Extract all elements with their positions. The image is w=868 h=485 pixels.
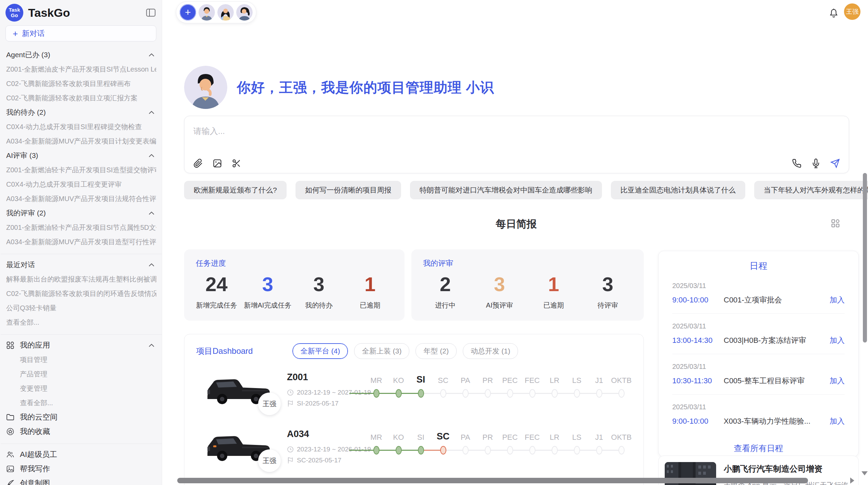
agent-avatar[interactable] xyxy=(198,4,215,21)
paperclip-icon[interactable] xyxy=(193,159,203,168)
list-item[interactable]: C02-飞腾新能源轻客改款项目里程碑画布 xyxy=(6,76,156,91)
assistant-avatar xyxy=(184,66,227,109)
view-all-chats[interactable]: 查看全部... xyxy=(6,315,156,329)
milestone-label: PR xyxy=(477,376,499,385)
news-title: 小鹏飞行汽车制造公司增资 xyxy=(724,463,852,474)
list-item[interactable]: C02-飞腾新能源轻客改款项目立项汇报方案 xyxy=(6,91,156,105)
milestone-label: MR xyxy=(365,433,387,442)
view-all-apps[interactable]: 查看全部... xyxy=(6,396,156,410)
scissors-icon[interactable] xyxy=(232,159,241,168)
notification-bell-icon[interactable] xyxy=(829,8,839,18)
filter-pill[interactable]: 动总开发 (1) xyxy=(463,343,518,359)
project-owner-badge: 王强 xyxy=(258,393,281,415)
join-link[interactable]: 加入 xyxy=(830,376,845,386)
list-item[interactable]: A034-全新新能源MUV产品开发项目计划变更表编写 xyxy=(6,134,156,148)
send-icon[interactable] xyxy=(830,159,840,168)
suggestion-chip[interactable]: 如何写一份清晰的项目周报 xyxy=(296,181,401,199)
image-icon[interactable] xyxy=(213,159,222,168)
join-link[interactable]: 加入 xyxy=(830,335,845,346)
milestone-label: J1 xyxy=(588,376,610,385)
scroll-right-arrow[interactable] xyxy=(850,477,854,484)
section-recent-chats[interactable]: 最近对话 xyxy=(6,258,156,272)
scroll-down-arrow[interactable] xyxy=(861,471,868,475)
add-agent-button[interactable]: + xyxy=(180,4,196,21)
sidebar-collapse-icon[interactable] xyxy=(146,9,156,17)
stat-ai-prereview: 3 AI预评审 xyxy=(472,273,527,310)
microphone-icon[interactable] xyxy=(811,159,821,168)
schedule-name: C001-立项审批会 xyxy=(724,295,830,305)
horizontal-scrollbar[interactable] xyxy=(177,478,808,483)
milestone-label: FEC xyxy=(521,376,543,385)
sidebar-item-project-mgmt[interactable]: 项目管理 xyxy=(6,352,156,367)
suggestion-chips: 欧洲新规最近颁布了什么? 如何写一份清晰的项目周报 特朗普可能对进口汽车增税会对… xyxy=(184,181,868,199)
list-item[interactable]: Z001-全新燃油轻卡产品开发项目SI节点属性5D文件评审 xyxy=(6,220,156,235)
list-item[interactable]: C0X4-动力总成开发项目工程变更评审 xyxy=(6,177,156,191)
schedule-date: 2025/03/11 xyxy=(672,282,845,290)
chat-input[interactable] xyxy=(193,126,840,150)
suggestion-chip[interactable]: 特朗普可能对进口汽车增税会对中国车企造成哪些影响 xyxy=(410,181,602,199)
sidebar-item-product-mgmt[interactable]: 产品管理 xyxy=(6,367,156,381)
project-code: A034 xyxy=(287,429,365,439)
sidebar-item-my-apps[interactable]: 我的应用 xyxy=(6,338,156,352)
project-owner-badge: 王强 xyxy=(258,449,281,472)
suggestion-chip[interactable]: 比亚迪全固态电池计划具体说了什么 xyxy=(611,181,745,199)
section-my-review[interactable]: 我的评审 (2) xyxy=(6,206,156,220)
list-item[interactable]: A034-全新新能源MUV产品开发项目法规符合性评审 xyxy=(6,191,156,206)
project-row[interactable]: 王强 Z001 2023-12-19 ~ 2027-01-19 SI-2025-… xyxy=(184,371,643,416)
list-item[interactable]: 公司Q3轻卡销量 xyxy=(6,301,156,315)
section-my-todo[interactable]: 我的待办 (2) xyxy=(6,105,156,120)
layout-grid-icon[interactable] xyxy=(831,219,840,228)
divider xyxy=(1,444,162,444)
new-chat-label: 新对话 xyxy=(22,28,45,39)
schedule-time: 9:00-10:00 xyxy=(672,417,724,426)
section-ai-review[interactable]: AI评审 (3) xyxy=(6,148,156,163)
dashboard-header: 项目Dashboard 全新平台 (4) 全新上装 (3) 年型 (2) 动总开… xyxy=(184,334,643,359)
filter-pill[interactable]: 全新平台 (4) xyxy=(292,343,348,359)
sidebar-item-cloud-space[interactable]: 我的云空间 xyxy=(6,410,156,424)
milestone-label: J1 xyxy=(588,433,610,442)
project-row[interactable]: 王强 A034 2023-12-19 ~ 2026-01-19 SC-2025-… xyxy=(184,427,643,473)
sidebar-item-ai-employee[interactable]: AI超级员工 xyxy=(6,447,156,462)
vertical-scrollbar[interactable] xyxy=(863,173,867,343)
view-all-schedule-link[interactable]: 查看所有日程 xyxy=(659,443,858,454)
schedule-title: 日程 xyxy=(659,260,858,272)
join-link[interactable]: 加入 xyxy=(830,295,845,305)
list-item[interactable]: C02-飞腾新能源轻客改款项目的闭环通告反馈情况 xyxy=(6,286,156,301)
task-progress-title: 任务进度 xyxy=(184,249,405,269)
phone-icon[interactable] xyxy=(792,159,801,168)
milestone-label-current: SI xyxy=(410,374,432,385)
section-label: Agent已办 (3) xyxy=(6,50,50,60)
list-item[interactable]: 解释最新出台的欧盟报废车法规再生塑料比例被调至15%... xyxy=(6,272,156,286)
suggestion-chip[interactable]: 当下年轻人对汽车外观有怎样的喜好趋势 xyxy=(754,181,868,199)
sidebar-item-favorites[interactable]: 我的收藏 xyxy=(6,424,156,439)
task-progress-card: 任务进度 24 新增完成任务 3 新增AI完成任务 3 我的待办 1 已逾期 xyxy=(184,249,405,321)
sidebar-item-change-mgmt[interactable]: 变更管理 xyxy=(6,381,156,396)
stat-my-todo: 3 我的待办 xyxy=(293,273,345,310)
section-agent-done[interactable]: Agent已办 (3) xyxy=(6,48,156,62)
schedule-time: 13:00-14:30 xyxy=(672,336,724,345)
schedule-panel: 日程 2025/03/11 9:00-10:00 C001-立项审批会 加入 2… xyxy=(658,251,859,457)
new-chat-button[interactable]: + 新对话 xyxy=(5,25,156,41)
section-label: 我的待办 (2) xyxy=(6,108,46,117)
agent-avatar[interactable] xyxy=(217,4,234,21)
daily-briefing-title: 每日简报 xyxy=(496,218,537,229)
milestone-label: KO xyxy=(387,376,410,385)
sidebar-item-help-write[interactable]: 帮我写作 xyxy=(6,462,156,476)
flag-icon xyxy=(287,457,294,464)
filter-pill[interactable]: 全新上装 (3) xyxy=(354,343,410,359)
help-write-label: 帮我写作 xyxy=(20,464,50,474)
agent-avatar[interactable] xyxy=(236,4,253,21)
favorites-label: 我的收藏 xyxy=(20,426,50,437)
milestone-label-current: SC xyxy=(432,431,454,442)
suggestion-chip[interactable]: 欧洲新规最近颁布了什么? xyxy=(184,181,287,199)
list-item[interactable]: A034-全新新能源MUV产品开发项目造型可行性评审 xyxy=(6,235,156,249)
sidebar-item-creative-draw[interactable]: 创意制图 xyxy=(6,476,156,485)
list-item[interactable]: C0X4-动力总成开发项目SI里程碑提交物检查 xyxy=(6,120,156,134)
chevron-up-icon xyxy=(149,212,154,215)
list-item[interactable]: Z001-全新燃油轻卡产品开发项目SI造型提交物评审 xyxy=(6,163,156,177)
join-link[interactable]: 加入 xyxy=(830,416,845,426)
user-avatar[interactable]: 王强 xyxy=(844,3,860,20)
filter-pill[interactable]: 年型 (2) xyxy=(415,343,457,359)
schedule-name: C003|H0B-方案冻结评审 xyxy=(724,335,830,346)
list-item[interactable]: Z001-全新燃油皮卡产品开发项目SI节点Lesson Learn报告 xyxy=(6,62,156,76)
